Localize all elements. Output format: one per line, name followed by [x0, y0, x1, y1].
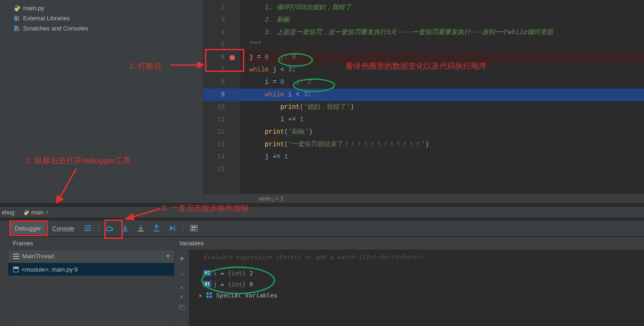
arrow-icon [121, 206, 163, 222]
debug-run-tab[interactable]: main × [19, 207, 51, 218]
svg-rect-10 [84, 228, 91, 229]
tree-item-scratches[interactable]: Scratches and Consoles [0, 23, 203, 33]
duplicate-watch-button[interactable] [179, 304, 185, 312]
threads-icon [13, 254, 19, 259]
annotation-3: 3. 一直点击按步操作按钮 [162, 203, 249, 213]
frames-pane: Frames MainThread ▼ <module>, main.py:9 [8, 237, 175, 326]
debug-header-label: ebug: [2, 209, 16, 216]
close-icon[interactable]: × [45, 209, 48, 216]
svg-rect-2 [14, 16, 15, 20]
add-watch-button[interactable]: ＋ [178, 253, 186, 264]
frames-title: Frames [8, 237, 174, 250]
svg-rect-13 [122, 231, 128, 231]
code-area[interactable]: 1. 循环打印3次媳妇，我错了 2. 刷碗 3. 上面是一套惩罚，这一套惩罚重复… [240, 0, 644, 203]
int-badge-icon: 01 [203, 281, 211, 287]
thread-name: MainThread [22, 253, 54, 260]
special-variables-label: Special Variables [216, 292, 277, 299]
svg-marker-35 [56, 195, 64, 204]
special-variables-row[interactable]: ▶ Special Variables [189, 290, 644, 301]
project-tree[interactable]: main.py External Libraries Scratches and… [0, 0, 203, 203]
breadcrumb[interactable]: while j < 3 [203, 194, 644, 203]
code-editor[interactable]: 23456789101112131415 1. 循环打印3次媳妇，我错了 2. … [203, 0, 644, 203]
svg-rect-28 [206, 292, 209, 295]
svg-marker-33 [197, 61, 205, 69]
svg-marker-37 [124, 213, 135, 220]
threads-icon[interactable] [81, 222, 95, 234]
svg-rect-23 [13, 258, 19, 259]
svg-rect-11 [84, 230, 91, 231]
evaluate-expression-button[interactable] [187, 222, 201, 234]
tree-item-label: Scratches and Consoles [23, 25, 88, 32]
watch-expression-input[interactable]: Evaluate expression (Enter) or add a wat… [203, 254, 641, 264]
variables-toolbar: ＋ － ▲ ▼ [175, 250, 189, 326]
step-out-button[interactable] [150, 222, 163, 234]
library-icon [13, 14, 20, 22]
special-vars-icon [206, 292, 212, 298]
svg-rect-9 [84, 225, 91, 226]
variable-row-i[interactable]: 01 i = {int} 2 [189, 267, 644, 279]
annotation-box-stepover [104, 219, 123, 239]
svg-rect-18 [192, 226, 196, 228]
svg-line-36 [130, 208, 161, 218]
tree-item-label: External Libraries [23, 15, 70, 22]
thread-selector[interactable]: MainThread ▼ [8, 250, 174, 263]
step-into-my-code-button[interactable] [134, 222, 148, 234]
svg-rect-15 [154, 231, 159, 231]
svg-rect-17 [191, 225, 197, 231]
breadcrumb-text: while j < 3 [259, 196, 283, 202]
svg-rect-14 [138, 231, 144, 231]
svg-rect-29 [210, 292, 212, 295]
svg-rect-25 [13, 267, 18, 269]
chevron-down-icon[interactable]: ▼ [166, 254, 170, 259]
debug-toolbar: Debugger Console [8, 220, 644, 236]
svg-rect-20 [193, 229, 195, 230]
python-file-icon [22, 209, 30, 216]
svg-point-1 [17, 10, 18, 11]
arrow-icon [169, 59, 205, 71]
svg-rect-3 [15, 15, 16, 20]
debug-header: ebug: main × [0, 207, 644, 218]
svg-rect-5 [18, 16, 19, 20]
svg-rect-22 [13, 256, 19, 257]
arrow-icon [53, 166, 81, 206]
variables-body[interactable]: Evaluate expression (Enter) or add a wat… [189, 250, 644, 326]
svg-point-0 [15, 6, 16, 6]
frame-label: <module>, main.py:9 [22, 266, 78, 273]
annotation-box-debugger [9, 220, 48, 236]
svg-line-34 [60, 169, 76, 198]
debug-left-gutter [0, 220, 8, 326]
annotation-2: 2. 鼠标右击打开debugger工具 [26, 155, 131, 166]
up-icon[interactable]: ▲ [179, 284, 184, 290]
stack-frame[interactable]: <module>, main.py:9 [8, 263, 174, 276]
debug-tab-label: main [31, 209, 43, 216]
variables-title: Variables [175, 237, 644, 250]
tree-item-external-libraries[interactable]: External Libraries [0, 13, 203, 23]
tree-item-main-py[interactable]: main.py [0, 3, 203, 13]
annotation-4: 看绿色圈里的数据变化以及代码执行顺序 [345, 61, 487, 71]
tab-console[interactable]: Console [48, 222, 79, 234]
svg-rect-30 [206, 296, 209, 298]
remove-watch-button[interactable]: － [178, 268, 186, 279]
editor-gutter[interactable]: 23456789101112131415 [203, 0, 240, 203]
chevron-right-icon[interactable]: ▶ [199, 293, 202, 298]
scratches-icon [13, 24, 20, 32]
svg-rect-19 [192, 229, 193, 230]
int-badge-icon: 01 [203, 270, 211, 276]
svg-rect-21 [13, 254, 19, 255]
run-to-cursor-button[interactable] [165, 222, 179, 234]
down-icon[interactable]: ▼ [179, 294, 184, 300]
annotation-1: 1. 打断点 [129, 61, 162, 71]
svg-rect-27 [181, 306, 184, 310]
frame-icon [13, 267, 19, 273]
variable-row-j[interactable]: 01 j = {int} 0 [189, 279, 644, 290]
tree-item-label: main.py [23, 5, 44, 12]
annotation-box-breakpoint [205, 49, 244, 72]
svg-rect-16 [174, 225, 175, 231]
svg-rect-31 [210, 296, 212, 298]
python-file-icon [13, 4, 20, 12]
svg-rect-4 [17, 16, 18, 20]
variables-pane: Variables ＋ － ▲ ▼ Evaluate expression (E… [175, 237, 644, 326]
